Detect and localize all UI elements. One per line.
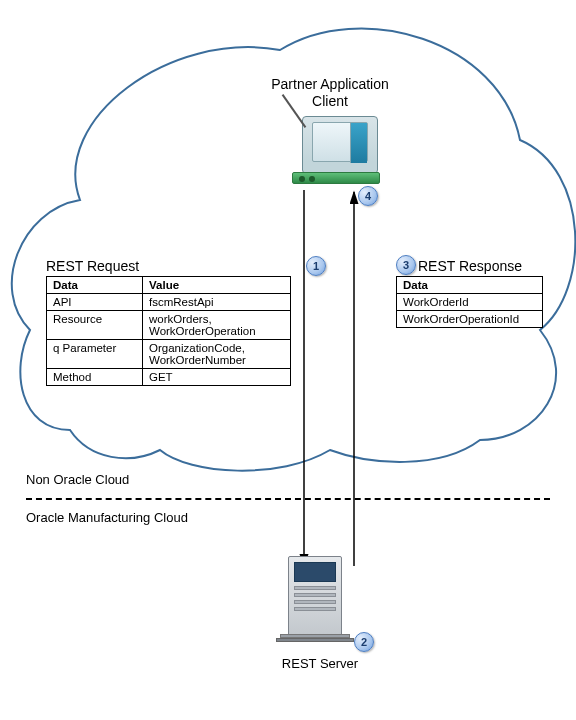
rest-response-label: REST Response (418, 258, 522, 274)
table-row: API fscmRestApi (47, 294, 291, 311)
callout-4: 4 (358, 186, 378, 206)
callout-2: 2 (354, 632, 374, 652)
non-oracle-cloud-label: Non Oracle Cloud (26, 472, 226, 487)
callout-3: 3 (396, 255, 416, 275)
table-header-row: Data Value (47, 277, 291, 294)
table-header-row: Data (397, 277, 543, 294)
callout-1: 1 (306, 256, 326, 276)
req-header-data: Data (47, 277, 143, 294)
boundary-divider (26, 498, 550, 500)
rest-request-table: Data Value API fscmRestApi Resource work… (46, 276, 291, 386)
rest-response-table: Data WorkOrderId WorkOrderOperationId (396, 276, 543, 328)
oracle-manufacturing-cloud-label: Oracle Manufacturing Cloud (26, 510, 226, 526)
table-row: WorkOrderOperationId (397, 311, 543, 328)
req-header-value: Value (143, 277, 291, 294)
table-row: q Parameter OrganizationCode, WorkOrderN… (47, 340, 291, 369)
resp-header-data: Data (397, 277, 543, 294)
table-row: Method GET (47, 369, 291, 386)
table-row: Resource workOrders, WorkOrderOperation (47, 311, 291, 340)
table-row: WorkOrderId (397, 294, 543, 311)
rest-request-label: REST Request (46, 258, 139, 274)
rest-server-icon (280, 556, 350, 636)
rest-server-label: REST Server (260, 656, 380, 671)
